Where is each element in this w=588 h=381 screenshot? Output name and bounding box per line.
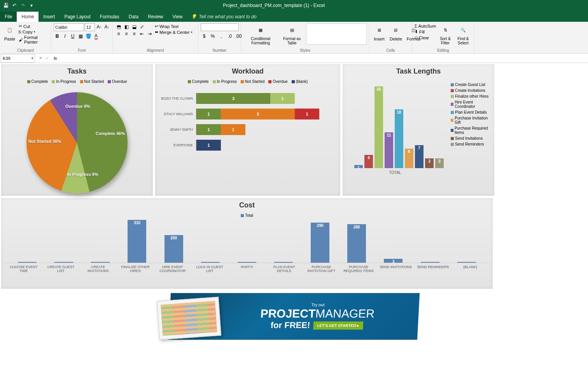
promo-banner[interactable]: Try out PROJECTMANAGER for FREE! LET'S G… (168, 293, 420, 340)
undo-icon[interactable]: ↶ (12, 3, 17, 8)
save-icon[interactable]: 💾 (3, 3, 9, 8)
align-center-icon[interactable]: ≡ (123, 30, 130, 37)
task-length-legend-item: Purchase Invitation Gift (451, 116, 491, 125)
group-styles: ▦ Conditional Formatting ▤ Format as Tab… (241, 22, 369, 53)
fill-button[interactable]: ⬇Fill (415, 29, 436, 35)
align-bottom-icon[interactable]: ⬓ (131, 23, 138, 30)
cost-title: Cost (1, 198, 493, 212)
search-icon: 🔍 (457, 24, 469, 36)
italic-button[interactable]: I (61, 33, 68, 40)
group-editing: ΣAutoSum ⬇Fill ◇Clear ⇅Sort & Filter 🔍Fi… (412, 22, 474, 53)
name-box[interactable]: K39▾ (1, 54, 35, 63)
bold-button[interactable]: B (54, 33, 61, 40)
border-button[interactable]: ▦ (77, 33, 84, 40)
tab-insert[interactable]: Insert (38, 12, 60, 22)
cut-button[interactable]: ✂Cut (19, 23, 49, 29)
clear-button[interactable]: ◇Clear (415, 35, 436, 40)
increase-indent-icon[interactable]: ⇥ (146, 30, 153, 37)
paste-icon: 📋 (4, 24, 16, 36)
font-size-select[interactable] (85, 23, 95, 31)
workload-legend: Complete In Progress Not Started Overdue… (155, 79, 340, 84)
brush-icon: 🖌 (19, 37, 23, 42)
cell-styles-gallery[interactable] (306, 23, 367, 45)
banner-cta-button[interactable]: LET'S GET STARTED ▸ (313, 321, 363, 330)
workload-segment: 1 (221, 124, 245, 135)
insert-icon: ⊞ (373, 24, 385, 36)
increase-font-icon[interactable]: A↑ (96, 23, 103, 30)
formula-input[interactable] (59, 54, 588, 62)
workload-bar-chart[interactable]: BOZO THE CLOWN31STACY WILLIAMS131JENNY S… (155, 84, 340, 159)
task-length-bar: 18 (395, 109, 403, 168)
delete-cells-button[interactable]: ⊟Delete (388, 23, 404, 42)
tab-view[interactable]: View (168, 12, 187, 22)
insert-cells-button[interactable]: ⊞Insert (372, 23, 387, 42)
cancel-formula-icon[interactable]: ✕ (39, 56, 42, 61)
tab-page-layout[interactable]: Page Layout (60, 12, 95, 22)
font-color-button[interactable]: A (93, 33, 100, 40)
dashboard: Tasks Complete In Progress Not Started O… (0, 63, 588, 341)
number-format-select[interactable] (201, 23, 239, 31)
delete-icon: ⊟ (390, 24, 402, 36)
tab-review[interactable]: Review (143, 12, 168, 22)
underline-button[interactable]: U (69, 33, 76, 40)
tab-file[interactable]: File (0, 12, 17, 22)
sort-filter-button[interactable]: ⇅Sort & Filter (438, 23, 453, 46)
fx-icon[interactable]: fx (52, 56, 59, 61)
copy-icon: ⎘ (19, 30, 21, 34)
redo-icon[interactable]: ↷ (20, 3, 26, 8)
bulb-icon: 💡 (191, 14, 197, 19)
chevron-down-icon: ▾ (32, 56, 33, 60)
cost-x-label: SEND INVITATIONS (378, 265, 413, 273)
cost-x-label: SEND REMINDERS (415, 265, 450, 273)
banner-subtitle: for FREE! LET'S GET STARTED ▸ (270, 320, 363, 330)
cost-bar: 280 (347, 224, 366, 263)
number-label: Number (201, 47, 238, 53)
task-length-legend-item: Create Guest List (451, 83, 491, 87)
copy-button[interactable]: ⎘Copy▾ (19, 29, 49, 35)
tasks-pie-chart[interactable]: Complete 46% In Progress 9% Not Started … (11, 84, 143, 193)
fill-color-button[interactable]: 🪣 (85, 33, 92, 40)
clipboard-label: Clipboard (2, 47, 49, 53)
increase-decimal-button[interactable]: .0 (226, 33, 233, 40)
align-top-icon[interactable]: ⬒ (115, 23, 122, 30)
task-length-bar: 1 (354, 165, 363, 168)
scissors-icon: ✂ (19, 24, 22, 29)
find-select-button[interactable]: 🔍Find & Select (455, 23, 472, 46)
align-left-icon[interactable]: ≡ (115, 30, 122, 37)
currency-button[interactable]: $ (201, 33, 208, 40)
enter-formula-icon[interactable]: ✓ (46, 56, 49, 61)
align-middle-icon[interactable]: ◧ (123, 23, 130, 30)
cost-x-label: CREATE INVITATIONS (80, 265, 116, 273)
workload-chart-panel: Workload Complete In Progress Not Starte… (155, 64, 341, 196)
ribbon: 📋 Paste ✂Cut ⎘Copy▾ 🖌Format Painter Clip… (0, 22, 588, 54)
cost-x-label: PLAN EVENT DETAILS (267, 265, 302, 273)
task-length-bar: 7 (415, 145, 424, 168)
sort-icon: ⇅ (439, 24, 451, 36)
orientation-icon[interactable]: ⤢ (138, 23, 145, 30)
align-right-icon[interactable]: ≡ (131, 30, 138, 37)
autosum-button[interactable]: ΣAutoSum (415, 23, 436, 29)
merge-center-button[interactable]: ⬌Merge & Center▾ (155, 29, 192, 35)
cost-x-label: CREATE GUEST LIST (44, 265, 79, 273)
paste-button[interactable]: 📋 Paste (2, 23, 17, 42)
font-name-select[interactable] (54, 23, 84, 31)
decrease-font-icon[interactable]: A↓ (103, 23, 110, 30)
decrease-indent-icon[interactable]: ⇤ (138, 30, 145, 37)
tab-formulas[interactable]: Formulas (95, 12, 124, 22)
tab-data[interactable]: Data (124, 12, 143, 22)
format-as-table-button[interactable]: ▤ Format as Table (279, 23, 304, 46)
conditional-formatting-button[interactable]: ▦ Conditional Formatting (243, 23, 278, 46)
task-length-bar: 25 (374, 86, 383, 168)
comma-button[interactable]: , (218, 33, 225, 40)
workload-bar: 1 (196, 140, 329, 151)
tab-home[interactable]: Home (17, 12, 38, 22)
group-cells: ⊞Insert ⊟Delete ◫Format Cells (369, 22, 412, 53)
task-lengths-chart[interactable]: 142511186733 (343, 79, 448, 168)
customize-qat-icon[interactable]: ▾ (29, 3, 34, 8)
banner-screenshot-mock (156, 297, 221, 340)
format-painter-button[interactable]: 🖌Format Painter (19, 35, 49, 45)
cost-bar-chart[interactable]: 3102002902803 (5, 218, 489, 263)
tell-me-search[interactable]: 💡 Tell me what you want to do (187, 12, 260, 22)
wrap-text-button[interactable]: ↩Wrap Text (155, 23, 192, 29)
percent-button[interactable]: % (209, 33, 216, 40)
